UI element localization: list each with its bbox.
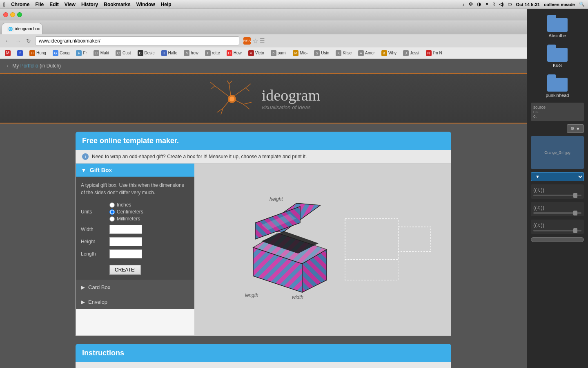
bookmark-mic[interactable]: M Mic- [290,49,310,57]
mac-topbar:  Chrome File Edit View History Bookmark… [0,0,588,9]
bookmark-why[interactable]: a Why [379,49,399,57]
right-sidebar: Absinthe K&S punkinhead source ns. o. ⚙ … [527,9,588,368]
menu-view[interactable]: View [65,2,76,7]
bookmark-rotte[interactable]: r rotte [203,49,223,57]
menu-bookmarks[interactable]: Bookmarks [104,2,130,7]
time-machine-icon: ◑ [477,2,481,7]
bookmark-facebook[interactable]: f [15,49,25,57]
menu-chrome[interactable]: Chrome [11,2,29,7]
close-button[interactable] [3,12,8,17]
sidebar-text-panel: source ns. o. [531,103,584,121]
bookmark-gmail[interactable]: M [2,49,13,57]
main-title: Free online template maker. [82,137,445,145]
bookmark-imn[interactable]: N I'm N [423,49,445,57]
music-slider-3[interactable] [533,230,581,231]
gift-box-header[interactable]: ▼ Gift Box [76,164,194,177]
content-panel: ▼ Gift Box A typical gift box. Use this … [76,163,451,336]
bookmark-hallo[interactable]: H Hallo [159,49,180,57]
thumbnail-label: Orange_Girl.jpg [544,150,570,155]
chrome-addressbar: ← → ↻ RSS ☆ ☰ [0,34,527,47]
folder-ks[interactable]: K&S [546,43,569,70]
refresh-button[interactable]: ↻ [24,37,33,45]
bookmark-pumi[interactable]: p pumi [268,49,289,57]
music-widget-2: ((♫)) [531,202,584,216]
info-text: Need to wrap an odd-shaped gift? Create … [92,154,307,159]
units-cm-radio[interactable] [109,209,115,215]
folder-punkinhead[interactable]: punkinhead [544,73,571,99]
bookmark-usin[interactable]: S Usin [312,49,332,57]
bookmark-amer[interactable]: A Amer [356,49,377,57]
search-icon[interactable]: 🔍 [579,2,585,7]
svg-line-0 [215,86,231,98]
music-note-icon-3: ((♫)) [533,222,544,228]
menu-file[interactable]: File [35,2,44,7]
active-tab[interactable]: 🌐 ideogram box [2,23,42,34]
website: ← My Portfolio (in Dutch) [0,59,527,368]
site-logo: ideogram visualisation of ideas [207,80,321,117]
bookmark-how2[interactable]: H How [224,49,244,57]
music-note-icon-1: ((♫)) [533,187,544,193]
mac-menu-bar:  Chrome File Edit View History Bookmark… [3,1,172,8]
left-panel: ▼ Gift Box A typical gift box. Use this … [76,164,194,335]
chrome-window: 🌐 ideogram box ← → ↻ RSS ☆ ☰ M f H Hung … [0,9,527,368]
units-inches-radio[interactable] [109,202,115,208]
menu-help[interactable]: Help [161,2,172,7]
svg-line-7 [243,102,252,104]
sidebar-dropdown[interactable]: ▼ [531,172,584,181]
envelop-title: Envelop [88,299,107,305]
folder-ks-icon [547,45,568,62]
bookmark-kits[interactable]: K Kitsc [333,49,354,57]
forward-button[interactable]: → [14,37,22,45]
bookmark-hunc[interactable]: H Hung [27,49,49,57]
bookmark-victo[interactable]: V Victo [246,49,267,57]
music-slider-2[interactable] [533,212,581,214]
portfolio-link[interactable]: Portfolio [20,63,38,69]
svg-line-8 [243,104,249,109]
address-bar[interactable] [35,36,239,45]
music-note-icon-2: ((♫)) [533,204,544,211]
gift-box-title: Gift Box [90,167,112,173]
gift-box-section: ▼ Gift Box A typical gift box. Use this … [76,164,194,280]
section-header: Free online template maker. [76,132,451,150]
height-input[interactable] [109,237,142,246]
units-cm-label: Centimeters [117,209,143,215]
bluetooth2-icon: ✴ [485,2,489,7]
back-button[interactable]: ← [3,37,11,45]
music-slider-1[interactable] [533,195,581,196]
star-icon[interactable]: ☆ [252,37,258,45]
bookmark-cust[interactable]: C Cust [113,49,134,57]
width-row: Width [81,225,189,234]
bookmark-fr[interactable]: F Fr [74,49,89,57]
instructions-section: Instructions [76,344,451,368]
apple-logo[interactable]:  [3,1,5,8]
battery-icon: ▭ [508,2,512,7]
page-icon[interactable]: ☰ [260,37,265,45]
chrome-titlebar [0,9,527,20]
bookmark-jessi[interactable]: J Jessi [401,49,422,57]
minimize-button[interactable] [10,12,15,17]
units-mm-radio[interactable] [109,216,115,222]
card-box-section: ▶ Card Box [76,280,194,294]
gear-button-container: ⚙ ▼ [531,124,584,133]
svg-rect-34 [345,260,398,280]
menu-edit[interactable]: Edit [49,2,59,7]
length-input[interactable] [109,249,142,258]
menu-history[interactable]: History [81,2,98,7]
width-input[interactable] [109,225,142,234]
maximize-button[interactable] [17,12,22,17]
envelop-header[interactable]: ▶ Envelop [76,295,194,309]
card-box-header[interactable]: ▶ Card Box [76,280,194,294]
bookmark-maki[interactable]: □ Maki [91,49,111,57]
bookmark-how[interactable]: h how [181,49,200,57]
height-label: Height [81,239,109,245]
bookmark-google[interactable]: G Goog [50,49,72,57]
folder-absinthe[interactable]: Absinthe [546,13,569,40]
bookmark-deso[interactable]: D Desic [135,49,157,57]
create-button[interactable]: CREATE! [109,265,141,275]
units-mm-label: Millimeters [117,216,140,222]
sidebar-scrollbar[interactable] [531,237,584,242]
menu-window[interactable]: Window [136,2,155,7]
length-label: Length [81,251,109,257]
nav-back-arrow: ← My [6,63,19,69]
gear-button[interactable]: ⚙ ▼ [567,124,584,133]
